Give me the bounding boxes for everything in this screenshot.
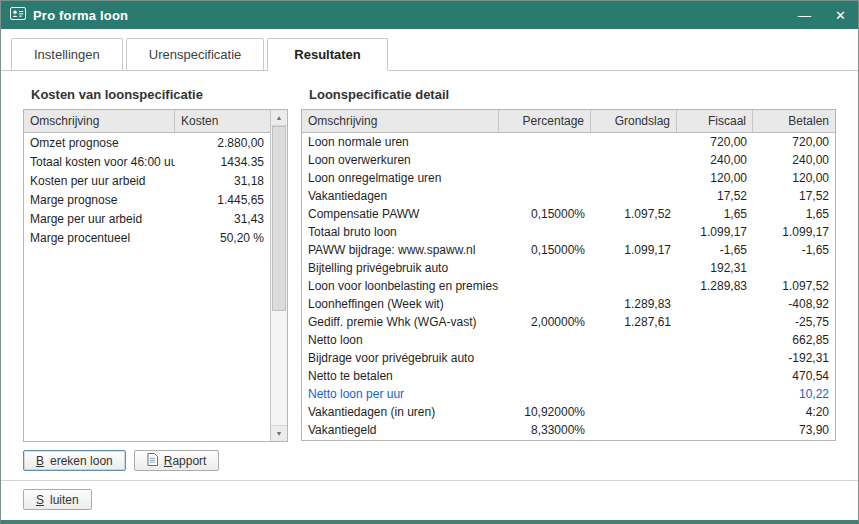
- title-bar[interactable]: Pro forma loon — ✕: [1, 1, 858, 29]
- table-cell: Kosten per uur arbeid: [24, 174, 175, 188]
- column-header-omschrijving[interactable]: Omschrijving: [302, 110, 499, 132]
- table-row[interactable]: Bijtelling privégebruik auto192,31: [302, 259, 835, 277]
- table-cell: 120,00: [753, 171, 835, 185]
- table-cell: 720,00: [677, 135, 753, 149]
- table-cell: 1.289,83: [677, 279, 753, 293]
- table-cell: -1,65: [677, 243, 753, 257]
- left-panel-title: Kosten van loonspecificatie: [31, 87, 288, 102]
- table-row[interactable]: PAWW bijdrage: www.spaww.nl0,15000%1.099…: [302, 241, 835, 259]
- table-row[interactable]: Totaal bruto loon1.099,171.099,17: [302, 223, 835, 241]
- table-cell: Vakantiegeld: [302, 423, 499, 437]
- tab-resultaten[interactable]: Resultaten: [267, 38, 387, 71]
- table-cell: Marge per uur arbeid: [24, 212, 175, 226]
- table-cell: 240,00: [753, 153, 835, 167]
- table-row[interactable]: Marge per uur arbeid31,43: [24, 209, 270, 228]
- table-row[interactable]: Totaal kosten voor 46:00 uur1434.35: [24, 152, 270, 171]
- table-row[interactable]: Bijdrage voor privégebruik auto-192,31: [302, 349, 835, 367]
- table-row[interactable]: Netto loon662,85: [302, 331, 835, 349]
- minimize-button[interactable]: —: [798, 9, 811, 22]
- close-button[interactable]: ✕: [835, 9, 846, 22]
- column-header-percentage[interactable]: Percentage: [499, 110, 591, 132]
- bottom-bar: Sluiten: [1, 480, 858, 520]
- scrollbar-thumb[interactable]: [272, 126, 286, 311]
- table-cell: Netto te betalen: [302, 369, 499, 383]
- window-controls: — ✕: [798, 9, 846, 22]
- table-cell: 1434.35: [175, 155, 270, 169]
- table-row[interactable]: Loon normale uren720,00720,00: [302, 133, 835, 151]
- table-row[interactable]: Marge prognose1.445,65: [24, 190, 270, 209]
- table-row[interactable]: Loon onregelmatige uren120,00120,00: [302, 169, 835, 187]
- scroll-down-icon[interactable]: ▼: [271, 425, 287, 441]
- column-header-betalen[interactable]: Betalen: [753, 110, 835, 132]
- table-row[interactable]: Marge procentueel50,20 %: [24, 228, 270, 247]
- scrollbar-track[interactable]: [271, 126, 287, 425]
- table-cell: 17,52: [677, 189, 753, 203]
- table-row[interactable]: Loon overwerkuren240,00240,00: [302, 151, 835, 169]
- table-row[interactable]: Kosten per uur arbeid31,18: [24, 171, 270, 190]
- kosten-table: Omschrijving Kosten Omzet prognose2.880,…: [23, 109, 288, 442]
- table-cell: Bijtelling privégebruik auto: [302, 261, 499, 275]
- vertical-scrollbar[interactable]: ▲ ▼: [270, 110, 287, 441]
- rapport-button[interactable]: Rapport: [134, 450, 220, 471]
- window-title: Pro forma loon: [33, 8, 128, 23]
- table-cell: 662,85: [753, 333, 835, 347]
- dialog-pro-forma-loon: Pro forma loon — ✕ Instellingen Urenspec…: [0, 0, 859, 524]
- table-cell: 50,20 %: [175, 231, 270, 245]
- left-button-row: Bereken loon Rapport: [23, 450, 288, 471]
- table-cell: Gediff. premie Whk (WGA-vast): [302, 315, 499, 329]
- table-cell: -1,65: [753, 243, 835, 257]
- table-cell: 73,90: [753, 423, 835, 437]
- table-row[interactable]: Omzet prognose2.880,00: [24, 133, 270, 152]
- table-cell: 31,43: [175, 212, 270, 226]
- table-cell: 1.097,52: [753, 279, 835, 293]
- table-cell: Bijdrage voor privégebruik auto: [302, 351, 499, 365]
- sluiten-button[interactable]: Sluiten: [23, 489, 92, 510]
- loonspecificatie-table-body: Loon normale uren720,00720,00Loon overwe…: [302, 133, 835, 440]
- table-row[interactable]: Vakantiegeld8,33000%73,90: [302, 421, 835, 439]
- report-icon: [147, 453, 158, 469]
- table-cell: 240,00: [677, 153, 753, 167]
- table-cell: Loon onregelmatige uren: [302, 171, 499, 185]
- table-cell: -408,92: [753, 297, 835, 311]
- table-cell: -25,75: [753, 315, 835, 329]
- table-cell: Compensatie PAWW: [302, 207, 499, 221]
- table-cell: Totaal kosten voor 46:00 uur: [24, 155, 175, 169]
- table-cell: -192,31: [753, 351, 835, 365]
- table-row[interactable]: Vakantiedagen (in uren)10,92000%4:20: [302, 403, 835, 421]
- table-cell: Loonheffingen (Week wit): [302, 297, 499, 311]
- table-row[interactable]: Compensatie PAWW0,15000%1.097,521,651,65: [302, 205, 835, 223]
- tab-urenspecificatie[interactable]: Urenspecificatie: [126, 38, 265, 71]
- rapport-label: Rapport: [164, 454, 207, 468]
- scroll-up-icon[interactable]: ▲: [271, 110, 287, 126]
- column-header-omschrijving[interactable]: Omschrijving: [24, 110, 175, 132]
- table-cell: 470,54: [753, 369, 835, 383]
- column-header-fiscaal[interactable]: Fiscaal: [677, 110, 753, 132]
- table-cell: Vakantiedagen: [302, 189, 499, 203]
- column-header-grondslag[interactable]: Grondslag: [591, 110, 677, 132]
- bereken-loon-button[interactable]: Bereken loon: [23, 450, 126, 471]
- loonspecificatie-table: Omschrijving Percentage Grondslag Fiscaa…: [301, 109, 836, 441]
- table-row[interactable]: Netto te betalen470,54: [302, 367, 835, 385]
- table-cell: 0,15000%: [499, 207, 591, 221]
- tab-instellingen[interactable]: Instellingen: [11, 38, 123, 71]
- table-cell: 1,65: [677, 207, 753, 221]
- table-row[interactable]: Vakantiedagen17,5217,52: [302, 187, 835, 205]
- table-cell: Netto loon per uur: [302, 387, 499, 401]
- kosten-table-header: Omschrijving Kosten: [24, 110, 270, 133]
- table-row[interactable]: Netto loon per uur10,22: [302, 385, 835, 403]
- kosten-table-body: Omzet prognose2.880,00Totaal kosten voor…: [24, 133, 270, 441]
- table-cell: 31,18: [175, 174, 270, 188]
- table-cell: 1,65: [753, 207, 835, 221]
- table-cell: Loon voor loonbelasting en premies: [302, 279, 499, 293]
- table-row[interactable]: Loon voor loonbelasting en premies1.289,…: [302, 277, 835, 295]
- table-cell: PAWW bijdrage: www.spaww.nl: [302, 243, 499, 257]
- table-cell: 1.289,83: [591, 297, 677, 311]
- table-row[interactable]: Gediff. premie Whk (WGA-vast)2,00000%1.2…: [302, 313, 835, 331]
- table-cell: Marge prognose: [24, 193, 175, 207]
- table-cell: Netto loon: [302, 333, 499, 347]
- table-cell: Vakantiedagen (in uren): [302, 405, 499, 419]
- table-row[interactable]: Loonheffingen (Week wit)1.289,83-408,92: [302, 295, 835, 313]
- tab-strip: Instellingen Urenspecificatie Resultaten: [1, 29, 858, 71]
- column-header-kosten[interactable]: Kosten: [175, 110, 270, 132]
- table-cell: 1.099,17: [677, 225, 753, 239]
